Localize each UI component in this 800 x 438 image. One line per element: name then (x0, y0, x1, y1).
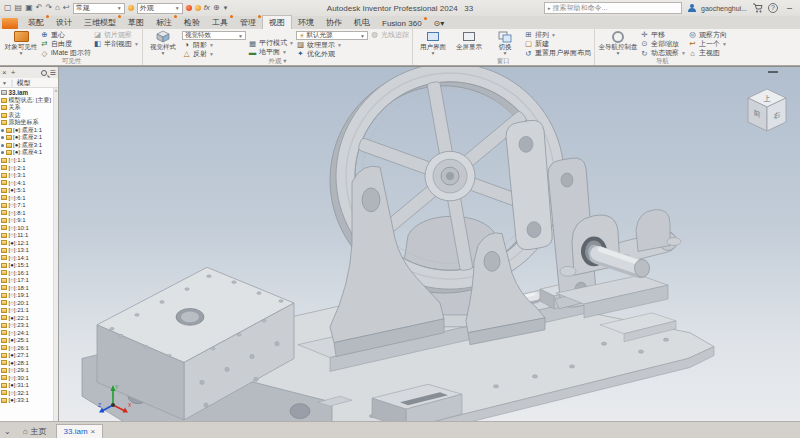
lighting-combo[interactable]: ☀ 默认光源▼ (296, 31, 368, 40)
ray-tracing-button[interactable]: ◍光线追踪 (370, 30, 409, 39)
tree-item[interactable]: [○]:17:1 (1, 277, 58, 285)
ribbon-tab-2[interactable]: 三维模型 (78, 16, 122, 29)
tree-item[interactable]: [○]:2:1 (1, 164, 58, 172)
center-of-gravity-button[interactable]: ⊕重心 (40, 30, 91, 39)
orthographic-button[interactable]: ▦平行模式▼ (248, 38, 294, 47)
degrees-of-freedom-button[interactable]: ⇄自由度 (40, 39, 91, 48)
tree-item[interactable]: [○]:24:1 (1, 329, 58, 337)
visual-style-button[interactable]: 视觉样式▼ (146, 30, 180, 57)
tree-item[interactable]: [○]:26:1 (1, 344, 58, 352)
search-input[interactable]: ▸ 搜索帮助和命令... (544, 2, 682, 14)
parameters-fx-icon[interactable]: fx (204, 1, 210, 15)
browser-search-icon[interactable] (41, 70, 47, 76)
ribbon-tab-4[interactable]: 标注 (150, 16, 178, 29)
viewcube[interactable]: 上 前 右 (742, 81, 792, 137)
tolerance-icon[interactable] (195, 5, 201, 11)
previous-view-button[interactable]: ↩上一个▼ (688, 39, 727, 48)
undo-icon[interactable]: ↶ (36, 1, 43, 15)
search-expander-icon[interactable]: ▸ (548, 5, 551, 11)
tree-item[interactable]: [○]:8:1 (1, 209, 58, 217)
half-section-button[interactable]: ◧半剖视图▼ (93, 39, 139, 48)
tree-item[interactable]: [○]:1:1 (1, 157, 58, 165)
tree-item[interactable]: [○]:4:1 (1, 179, 58, 187)
measure-icon[interactable] (186, 5, 192, 11)
ribbon-tab-11[interactable]: 机电 (348, 16, 376, 29)
appearance-ball-icon[interactable] (128, 5, 134, 11)
ribbon-tab-13[interactable]: ⊙▾ (428, 18, 451, 29)
tree-item[interactable]: [●]:27:1 (1, 352, 58, 360)
tree-item[interactable]: [○]:10:1 (1, 224, 58, 232)
tree-item[interactable]: [○]:7:1 (1, 202, 58, 210)
cart-icon[interactable] (752, 3, 763, 13)
qat-customize-icon[interactable]: ▼ (223, 1, 229, 15)
material-combo[interactable]: 常规▼ (73, 3, 125, 14)
graphics-viewport[interactable]: 上 前 右 X Y Z (59, 67, 800, 421)
ground-plane-button[interactable]: ▬地平面▼ (248, 48, 294, 57)
tree-item[interactable]: [○]:23:1 (1, 322, 58, 330)
help-icon[interactable]: ? (768, 3, 778, 13)
browser-menu-icon[interactable]: ☰ (50, 69, 56, 77)
look-at-button[interactable]: ◎观察方向 (688, 30, 727, 39)
switch-windows-button[interactable]: 切换▼ (488, 30, 522, 57)
tree-item[interactable]: [●]:5:1 (1, 187, 58, 195)
open-folder-icon[interactable]: ▤ (15, 1, 23, 15)
home-tab[interactable]: ⌂ 主页 (16, 424, 54, 438)
tree-item[interactable]: [○]:9:1 (1, 217, 58, 225)
new-window-button[interactable]: ▢新建 (524, 39, 591, 48)
textures-button[interactable]: ▨纹理显示▼ (296, 40, 368, 49)
full-screen-button[interactable]: 全屏显示 (452, 30, 486, 57)
tree-item[interactable]: [○]:18:1 (1, 284, 58, 292)
tree-item[interactable]: [○]:32:1 (1, 389, 58, 397)
tree-item[interactable]: [●]:31:1 (1, 382, 58, 390)
tree-item[interactable]: [●]:底座4:1 (1, 149, 58, 157)
tree-item[interactable]: [●]:12:1 (1, 239, 58, 247)
tree-item[interactable]: [○]:16:1 (1, 269, 58, 277)
ribbon-tab-3[interactable]: 草图 (122, 16, 150, 29)
visual-effects-combo[interactable]: 视觉特效▼ (182, 31, 246, 40)
home-icon[interactable]: ⌂ (55, 1, 60, 15)
user-avatar-icon[interactable] (687, 4, 696, 13)
zoom-all-button[interactable]: ⊙全部缩放 (640, 39, 686, 48)
ribbon-tab-8[interactable]: 视图 (262, 15, 292, 29)
new-file-icon[interactable]: ▢ (4, 1, 12, 15)
browser-close-icon[interactable]: × (2, 68, 7, 77)
navbar-collapsed-icon[interactable] (768, 71, 778, 73)
user-name[interactable]: gaochenghui... (701, 5, 747, 12)
browser-add-icon[interactable]: + (11, 68, 16, 77)
redo-icon[interactable]: ↷ (45, 1, 52, 15)
tabbar-chevron-icon[interactable]: ⌄ (4, 427, 14, 438)
tree-item[interactable]: [●]:25:1 (1, 337, 58, 345)
ribbon-tab-6[interactable]: 工具 (206, 16, 234, 29)
arrange-button[interactable]: ⊞排列▼ (524, 30, 591, 39)
minimize-button[interactable]: – (783, 3, 796, 13)
tree-item[interactable]: [●]:28:1 (1, 359, 58, 367)
ribbon-tab-10[interactable]: 协作 (320, 16, 348, 29)
ribbon-tab-12[interactable]: Fusion 360 (376, 18, 428, 29)
tree-item[interactable]: [○]:20:1 (1, 299, 58, 307)
ribbon-tab-1[interactable]: 设计 (50, 16, 78, 29)
tree-item[interactable]: [○]:6:1 (1, 194, 58, 202)
appearance-combo[interactable]: 外观▼ (137, 3, 183, 14)
tree-item[interactable]: [●]:15:1 (1, 262, 58, 270)
pan-button[interactable]: ✛平移 (640, 30, 686, 39)
browser-header[interactable]: ▼❘ 模型 (0, 78, 58, 88)
ribbon-tab-7[interactable]: 管理 (234, 16, 262, 29)
shadows-button[interactable]: ◑阴影▼ (182, 40, 246, 49)
application-menu-button[interactable] (2, 18, 18, 29)
document-tab-active[interactable]: 33.iam × (56, 424, 104, 438)
tree-item[interactable]: [○]:13:1 (1, 247, 58, 255)
qat-add-icon[interactable]: ⊕ (213, 1, 220, 15)
tree-item[interactable]: [○]:21:1 (1, 307, 58, 315)
tree-item[interactable]: [○]:3:1 (1, 172, 58, 180)
tree-item[interactable]: [○]:29:1 (1, 367, 58, 375)
tree-item[interactable]: [●]:22:1 (1, 314, 58, 322)
tree-item[interactable]: [○]:14:1 (1, 254, 58, 262)
document-tab-close-icon[interactable]: × (91, 427, 96, 436)
user-interface-button[interactable]: 用户界面▼ (416, 30, 450, 57)
slice-view-button[interactable]: ◪切片观察 (93, 30, 139, 39)
ribbon-tab-5[interactable]: 检验 (178, 16, 206, 29)
return-icon[interactable]: ↩ (63, 1, 70, 15)
navigation-wheel-button[interactable]: 全导航控制盘▼ (598, 30, 638, 57)
ribbon-tab-9[interactable]: 环境 (292, 16, 320, 29)
tree-item[interactable]: [○]:11:1 (1, 232, 58, 240)
